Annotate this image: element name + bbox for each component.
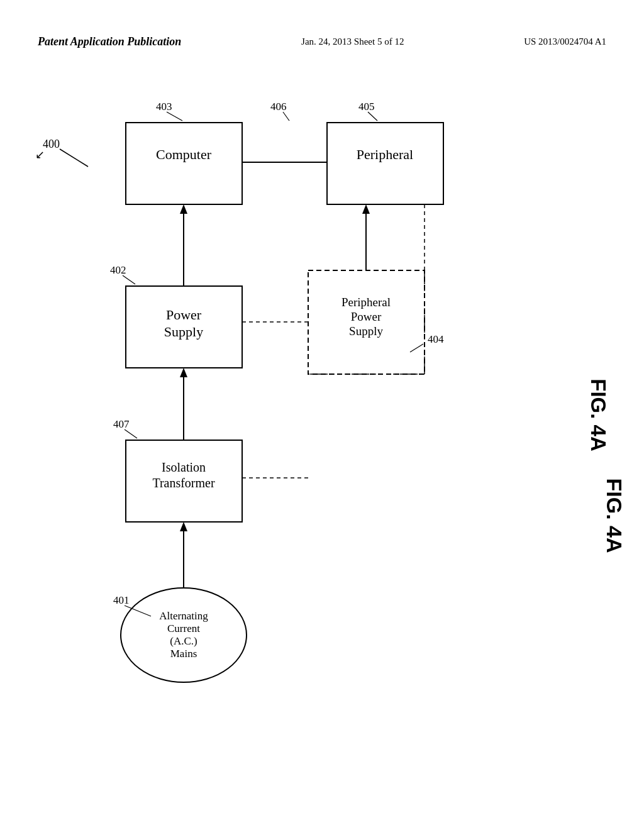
ref-404-line xyxy=(410,344,423,352)
ref-407-line xyxy=(125,429,137,438)
ac-label-1: Alternating xyxy=(159,610,208,622)
page: Patent Application Publication Jan. 24, … xyxy=(0,0,644,830)
ref-407-label: 407 xyxy=(113,418,130,430)
pps-label-3: Supply xyxy=(349,324,383,338)
ac-to-it-arrow xyxy=(180,522,187,531)
pps-label-2: Power xyxy=(351,310,382,323)
ref-402-line xyxy=(123,275,135,284)
ref-406-label: 406 xyxy=(270,101,287,113)
ref-406-line xyxy=(283,112,289,121)
ac-label-3: (A.C.) xyxy=(170,635,197,647)
it-to-ps-arrow xyxy=(180,368,187,377)
ref-400: 400 xyxy=(43,138,60,150)
ref-400-line xyxy=(60,149,88,167)
ac-label-4: Mains xyxy=(170,648,197,660)
power-supply-label-2: Supply xyxy=(164,324,203,340)
ref-403-label: 403 xyxy=(156,101,172,113)
fig-4a-label: FIG. 4A xyxy=(587,379,610,451)
computer-label: Computer xyxy=(156,147,212,162)
diagram: FIG. 4A 400 ↙ 403 Computer 405 Periphera… xyxy=(0,0,644,830)
ref-403-line xyxy=(167,112,182,121)
ref-402-label: 402 xyxy=(110,264,126,276)
fig-label: FIG. 4A xyxy=(602,478,626,553)
it-label-1: Isolation xyxy=(162,460,206,474)
ref-400-slash: ↙ xyxy=(35,148,45,161)
ref-401-line xyxy=(125,606,151,616)
it-label-2: Transformer xyxy=(152,476,215,490)
peripheral-box xyxy=(327,123,443,204)
ref-405-line xyxy=(368,112,377,121)
ac-label-2: Current xyxy=(167,622,200,634)
power-supply-label-1: Power xyxy=(166,307,202,323)
ref-404-label: 404 xyxy=(428,333,444,345)
computer-box xyxy=(126,123,242,204)
pps-to-peripheral-arrow xyxy=(362,204,370,214)
peripheral-label: Peripheral xyxy=(357,147,413,162)
ref-405-label: 405 xyxy=(358,101,375,113)
ref-401-label: 401 xyxy=(113,594,130,606)
ps-to-computer-arrow xyxy=(180,204,187,214)
pps-label-1: Peripheral xyxy=(341,296,391,309)
